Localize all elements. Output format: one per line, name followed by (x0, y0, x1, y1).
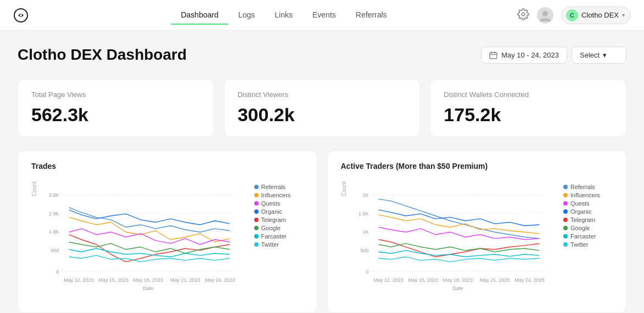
settings-icon[interactable] (517, 8, 529, 22)
svg-text:2.9K: 2.9K (49, 211, 59, 217)
date-controls: May 10 - 24, 2023 Select ▾ (481, 47, 626, 64)
chart-cards: Trades Count 3.8K 2.9K (18, 150, 626, 313)
svg-text:May 18, 2023: May 18, 2023 (443, 278, 473, 283)
select-label: Select (580, 51, 600, 59)
svg-rect-4 (490, 52, 497, 58)
svg-text:May 15, 2023: May 15, 2023 (408, 278, 438, 283)
svg-text:500: 500 (360, 248, 368, 253)
svg-text:May 12, 2023: May 12, 2023 (64, 278, 94, 283)
trades-chart-title: Trades (31, 162, 304, 170)
svg-point-1 (20, 14, 22, 16)
nav-link-referrals[interactable]: Referrals (346, 6, 397, 25)
stat-value-page-views: 562.3k (31, 104, 200, 126)
svg-text:0: 0 (366, 269, 368, 275)
nav-links: Dashboard Logs Links Events Referrals (51, 6, 517, 24)
avatar[interactable] (537, 7, 553, 24)
svg-text:1.9K: 1.9K (49, 229, 59, 235)
page-title: Clotho DEX Dashboard (18, 46, 187, 64)
user-menu[interactable]: C Clotho DEX ▾ (561, 7, 631, 24)
stat-label-page-views: Total Page Views (31, 90, 200, 99)
svg-text:2K: 2K (362, 192, 368, 198)
stat-label-wallets: Distinct Wallets Connected (444, 90, 613, 99)
nav-link-logs[interactable]: Logs (228, 6, 265, 25)
stat-card-page-views: Total Page Views 562.3k (18, 79, 214, 137)
svg-text:1K: 1K (362, 229, 368, 235)
stat-card-viewers: Distinct Viewers 300.2k (224, 79, 421, 137)
svg-point-3 (542, 11, 548, 16)
nav-right: C Clotho DEX ▾ (517, 7, 631, 24)
svg-text:May 15, 2023: May 15, 2023 (98, 278, 128, 283)
svg-text:May 18, 2023: May 18, 2023 (133, 278, 163, 283)
nav-link-links[interactable]: Links (265, 6, 303, 25)
select-dropdown[interactable]: Select ▾ (572, 47, 626, 64)
svg-text:May 24, 2023: May 24, 2023 (514, 278, 545, 283)
date-range-picker[interactable]: May 10 - 24, 2023 (481, 47, 567, 64)
svg-text:May 24, 2023: May 24, 2023 (205, 278, 235, 283)
user-letter: C (566, 9, 578, 21)
stat-cards: Total Page Views 562.3k Distinct Viewers… (18, 79, 626, 137)
active-traders-y-axis-label: Count (341, 181, 347, 196)
trades-legend: Referrals Influencers Quests Organic Tel… (254, 179, 304, 248)
svg-text:1.5K: 1.5K (359, 211, 369, 217)
active-traders-chart-svg: 2K 1.5K 1K 500 0 May 12, 2023 May 15, 20… (351, 179, 559, 300)
user-name: Clotho DEX (581, 11, 619, 19)
stat-card-wallets: Distinct Wallets Connected 175.2k (430, 79, 626, 137)
trades-chart-card: Trades Count 3.8K 2.9K (18, 150, 317, 313)
svg-text:950: 950 (51, 248, 59, 253)
svg-text:May 21, 2023: May 21, 2023 (170, 278, 200, 283)
page-content: Clotho DEX Dashboard May 10 - 24, 2023 S… (0, 31, 644, 313)
chevron-down-icon: ▾ (622, 12, 625, 18)
svg-text:3.8K: 3.8K (49, 192, 59, 198)
active-traders-chart-card: Active Traders (More than $50 Premium) C… (327, 150, 627, 313)
svg-text:Date: Date (452, 286, 463, 291)
stat-value-viewers: 300.2k (238, 104, 407, 126)
trades-y-axis-label: Count (31, 181, 37, 196)
nav-link-dashboard[interactable]: Dashboard (171, 6, 228, 25)
date-range-label: May 10 - 24, 2023 (501, 51, 559, 59)
stat-value-wallets: 175.2k (444, 104, 613, 126)
nav-link-events[interactable]: Events (303, 6, 346, 25)
calendar-icon (489, 51, 497, 59)
stat-label-viewers: Distinct Viewers (238, 90, 407, 99)
svg-point-2 (522, 13, 525, 16)
trades-chart-svg: 3.8K 2.9K 1.9K 950 0 May 12, 2023 May 15… (42, 179, 250, 300)
page-header: Clotho DEX Dashboard May 10 - 24, 2023 S… (18, 46, 626, 64)
logo[interactable] (13, 8, 29, 23)
svg-text:May 12, 2023: May 12, 2023 (373, 278, 404, 283)
select-chevron-icon: ▾ (603, 51, 618, 59)
svg-text:Date: Date (143, 286, 153, 291)
topnav: Dashboard Logs Links Events Referrals C … (0, 0, 644, 31)
active-traders-chart-title: Active Traders (More than $50 Premium) (341, 162, 613, 170)
active-traders-legend: Referrals Influencers Quests Organic Tel… (563, 179, 613, 248)
svg-text:0: 0 (57, 269, 59, 275)
svg-text:May 21, 2023: May 21, 2023 (480, 278, 510, 283)
